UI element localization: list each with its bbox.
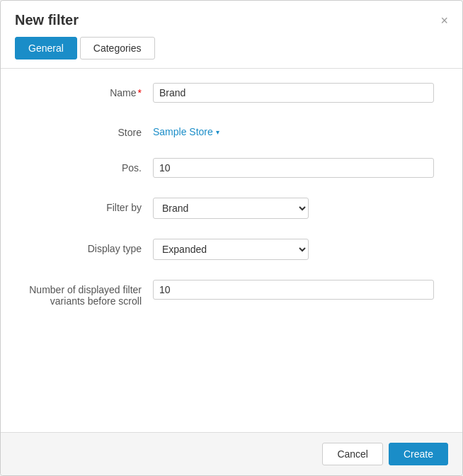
scroll-label: Number of displayed filter variants befo… (29, 280, 153, 307)
pos-control (153, 158, 434, 178)
scroll-control (153, 280, 434, 300)
close-button[interactable]: × (440, 14, 448, 27)
modal-footer: Cancel Create (1, 432, 462, 475)
display-type-control: Expanded Collapsed Slider (153, 239, 434, 260)
pos-label: Pos. (29, 158, 153, 174)
display-type-label: Display type (29, 239, 153, 254)
display-type-row: Display type Expanded Collapsed Slider (29, 239, 434, 260)
name-input[interactable] (153, 83, 434, 103)
filter-by-select[interactable]: Brand Price Rating Category (153, 198, 309, 219)
store-link[interactable]: Sample Store ▾ (153, 123, 219, 137)
tab-bar: General Categories (1, 28, 462, 60)
modal-header: New filter × (1, 1, 462, 28)
store-label: Store (29, 123, 153, 138)
store-row: Store Sample Store ▾ (29, 123, 434, 138)
new-filter-modal: New filter × General Categories Name* St… (0, 0, 463, 476)
filter-by-control: Brand Price Rating Category (153, 198, 434, 219)
cancel-button[interactable]: Cancel (322, 443, 383, 465)
filter-by-label: Filter by (29, 198, 153, 213)
name-control (153, 83, 434, 103)
tab-general[interactable]: General (15, 37, 77, 60)
scroll-row: Number of displayed filter variants befo… (29, 280, 434, 307)
filter-by-row: Filter by Brand Price Rating Category (29, 198, 434, 219)
form-body: Name* Store Sample Store ▾ Pos. Filter b… (1, 69, 462, 432)
required-indicator: * (138, 87, 142, 98)
pos-input[interactable] (153, 158, 434, 178)
scroll-input[interactable] (153, 280, 434, 300)
name-label: Name* (29, 83, 153, 98)
display-type-select[interactable]: Expanded Collapsed Slider (153, 239, 309, 260)
pos-row: Pos. (29, 158, 434, 178)
modal-title: New filter (15, 12, 79, 28)
store-control: Sample Store ▾ (153, 123, 434, 137)
name-row: Name* (29, 83, 434, 103)
create-button[interactable]: Create (389, 443, 448, 465)
store-dropdown-arrow: ▾ (216, 128, 219, 136)
tab-categories[interactable]: Categories (80, 37, 155, 60)
